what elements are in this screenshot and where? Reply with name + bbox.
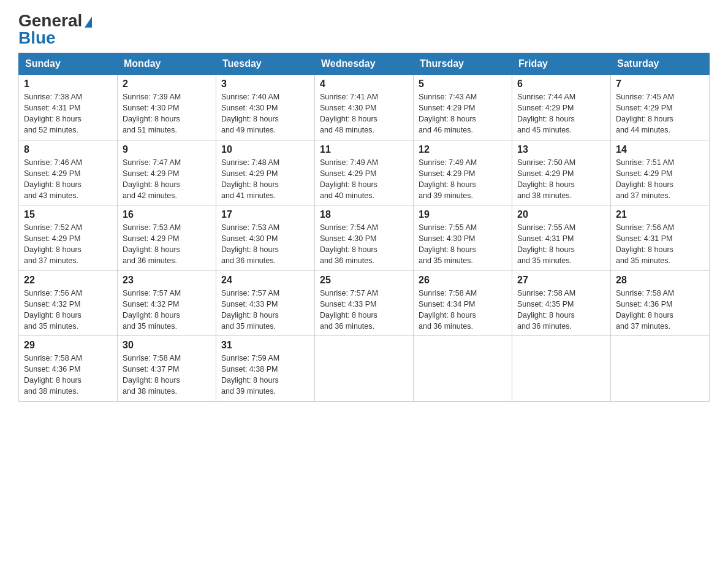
calendar-cell: 8 Sunrise: 7:46 AMSunset: 4:29 PMDayligh… [19,140,118,205]
day-info: Sunrise: 7:45 AMSunset: 4:29 PMDaylight:… [616,93,674,134]
calendar-cell [315,336,414,402]
day-number: 1 [24,79,112,90]
day-info: Sunrise: 7:48 AMSunset: 4:29 PMDaylight:… [221,158,279,200]
day-number: 27 [517,275,605,286]
weekday-header-wednesday: Wednesday [315,53,414,75]
day-number: 12 [419,144,507,155]
logo-triangle-icon [85,17,92,28]
calendar-header: SundayMondayTuesdayWednesdayThursdayFrid… [19,53,710,75]
calendar-cell: 28 Sunrise: 7:58 AMSunset: 4:36 PMDaylig… [611,270,710,336]
calendar-cell: 30 Sunrise: 7:58 AMSunset: 4:37 PMDaylig… [118,336,216,402]
day-info: Sunrise: 7:53 AMSunset: 4:30 PMDaylight:… [221,223,279,265]
week-row-2: 8 Sunrise: 7:46 AMSunset: 4:29 PMDayligh… [19,140,710,205]
day-info: Sunrise: 7:38 AMSunset: 4:31 PMDaylight:… [24,93,82,134]
day-number: 5 [419,79,507,90]
calendar-cell: 21 Sunrise: 7:56 AMSunset: 4:31 PMDaylig… [611,205,710,271]
day-number: 25 [320,275,408,286]
day-number: 23 [123,275,211,286]
calendar-cell: 20 Sunrise: 7:55 AMSunset: 4:31 PMDaylig… [512,205,611,271]
weekday-header-thursday: Thursday [414,53,512,75]
calendar-cell [611,336,710,402]
day-number: 20 [517,209,605,220]
day-info: Sunrise: 7:57 AMSunset: 4:32 PMDaylight:… [123,289,181,331]
day-number: 31 [221,340,309,351]
day-info: Sunrise: 7:51 AMSunset: 4:29 PMDaylight:… [616,158,674,200]
week-row-4: 22 Sunrise: 7:56 AMSunset: 4:32 PMDaylig… [19,270,710,336]
calendar-cell: 18 Sunrise: 7:54 AMSunset: 4:30 PMDaylig… [315,205,414,271]
day-info: Sunrise: 7:56 AMSunset: 4:31 PMDaylight:… [616,223,674,265]
calendar-cell: 2 Sunrise: 7:39 AMSunset: 4:30 PMDayligh… [118,75,216,140]
calendar-cell: 9 Sunrise: 7:47 AMSunset: 4:29 PMDayligh… [118,140,216,205]
day-info: Sunrise: 7:52 AMSunset: 4:29 PMDaylight:… [24,223,82,265]
calendar-cell: 1 Sunrise: 7:38 AMSunset: 4:31 PMDayligh… [19,75,118,140]
calendar-cell: 23 Sunrise: 7:57 AMSunset: 4:32 PMDaylig… [118,270,216,336]
week-row-5: 29 Sunrise: 7:58 AMSunset: 4:36 PMDaylig… [19,336,710,402]
day-number: 6 [517,79,605,90]
day-info: Sunrise: 7:54 AMSunset: 4:30 PMDaylight:… [320,223,378,265]
calendar-cell: 19 Sunrise: 7:55 AMSunset: 4:30 PMDaylig… [414,205,512,271]
day-number: 7 [616,79,704,90]
weekday-header-friday: Friday [512,53,611,75]
day-info: Sunrise: 7:46 AMSunset: 4:29 PMDaylight:… [24,158,82,200]
calendar-cell: 13 Sunrise: 7:50 AMSunset: 4:29 PMDaylig… [512,140,611,205]
calendar-cell: 26 Sunrise: 7:58 AMSunset: 4:34 PMDaylig… [414,270,512,336]
day-number: 2 [123,79,211,90]
day-number: 14 [616,144,704,155]
calendar-cell: 31 Sunrise: 7:59 AMSunset: 4:38 PMDaylig… [216,336,315,402]
week-row-1: 1 Sunrise: 7:38 AMSunset: 4:31 PMDayligh… [19,75,710,140]
calendar-cell: 17 Sunrise: 7:53 AMSunset: 4:30 PMDaylig… [216,205,315,271]
day-number: 29 [24,340,112,351]
day-info: Sunrise: 7:50 AMSunset: 4:29 PMDaylight:… [517,158,575,200]
weekday-header-monday: Monday [118,53,216,75]
calendar-cell: 29 Sunrise: 7:58 AMSunset: 4:36 PMDaylig… [19,336,118,402]
day-info: Sunrise: 7:58 AMSunset: 4:35 PMDaylight:… [517,289,575,331]
week-row-3: 15 Sunrise: 7:52 AMSunset: 4:29 PMDaylig… [19,205,710,271]
day-number: 16 [123,209,211,220]
calendar-cell [414,336,512,402]
day-info: Sunrise: 7:57 AMSunset: 4:33 PMDaylight:… [221,289,279,331]
day-number: 11 [320,144,408,155]
day-info: Sunrise: 7:39 AMSunset: 4:30 PMDaylight:… [123,93,181,134]
page-header: General Blue [18,12,710,47]
calendar-cell [512,336,611,402]
day-info: Sunrise: 7:56 AMSunset: 4:32 PMDaylight:… [24,289,82,331]
day-number: 28 [616,275,704,286]
day-info: Sunrise: 7:49 AMSunset: 4:29 PMDaylight:… [419,158,477,200]
day-number: 22 [24,275,112,286]
calendar-cell: 5 Sunrise: 7:43 AMSunset: 4:29 PMDayligh… [414,75,512,140]
day-info: Sunrise: 7:44 AMSunset: 4:29 PMDaylight:… [517,93,575,134]
weekday-header-tuesday: Tuesday [216,53,315,75]
day-info: Sunrise: 7:40 AMSunset: 4:30 PMDaylight:… [221,93,279,134]
day-info: Sunrise: 7:58 AMSunset: 4:34 PMDaylight:… [419,289,477,331]
day-number: 4 [320,79,408,90]
day-info: Sunrise: 7:58 AMSunset: 4:36 PMDaylight:… [616,289,674,331]
calendar-cell: 12 Sunrise: 7:49 AMSunset: 4:29 PMDaylig… [414,140,512,205]
day-info: Sunrise: 7:55 AMSunset: 4:30 PMDaylight:… [419,223,477,265]
day-number: 21 [616,209,704,220]
day-number: 13 [517,144,605,155]
day-number: 3 [221,79,309,90]
day-info: Sunrise: 7:49 AMSunset: 4:29 PMDaylight:… [320,158,378,200]
calendar-cell: 16 Sunrise: 7:53 AMSunset: 4:29 PMDaylig… [118,205,216,271]
calendar-cell: 25 Sunrise: 7:57 AMSunset: 4:33 PMDaylig… [315,270,414,336]
calendar-cell: 15 Sunrise: 7:52 AMSunset: 4:29 PMDaylig… [19,205,118,271]
logo: General Blue [18,12,92,47]
day-number: 26 [419,275,507,286]
day-number: 17 [221,209,309,220]
calendar-cell: 24 Sunrise: 7:57 AMSunset: 4:33 PMDaylig… [216,270,315,336]
calendar-cell: 6 Sunrise: 7:44 AMSunset: 4:29 PMDayligh… [512,75,611,140]
day-number: 9 [123,144,211,155]
day-info: Sunrise: 7:41 AMSunset: 4:30 PMDaylight:… [320,93,378,134]
day-number: 8 [24,144,112,155]
weekday-header-sunday: Sunday [19,53,118,75]
day-info: Sunrise: 7:57 AMSunset: 4:33 PMDaylight:… [320,289,378,331]
day-number: 18 [320,209,408,220]
weekday-row: SundayMondayTuesdayWednesdayThursdayFrid… [19,53,710,75]
day-info: Sunrise: 7:53 AMSunset: 4:29 PMDaylight:… [123,223,181,265]
logo-blue-text: Blue [18,29,56,47]
day-info: Sunrise: 7:59 AMSunset: 4:38 PMDaylight:… [221,354,279,396]
calendar-cell: 10 Sunrise: 7:48 AMSunset: 4:29 PMDaylig… [216,140,315,205]
day-number: 15 [24,209,112,220]
day-number: 19 [419,209,507,220]
day-info: Sunrise: 7:55 AMSunset: 4:31 PMDaylight:… [517,223,575,265]
